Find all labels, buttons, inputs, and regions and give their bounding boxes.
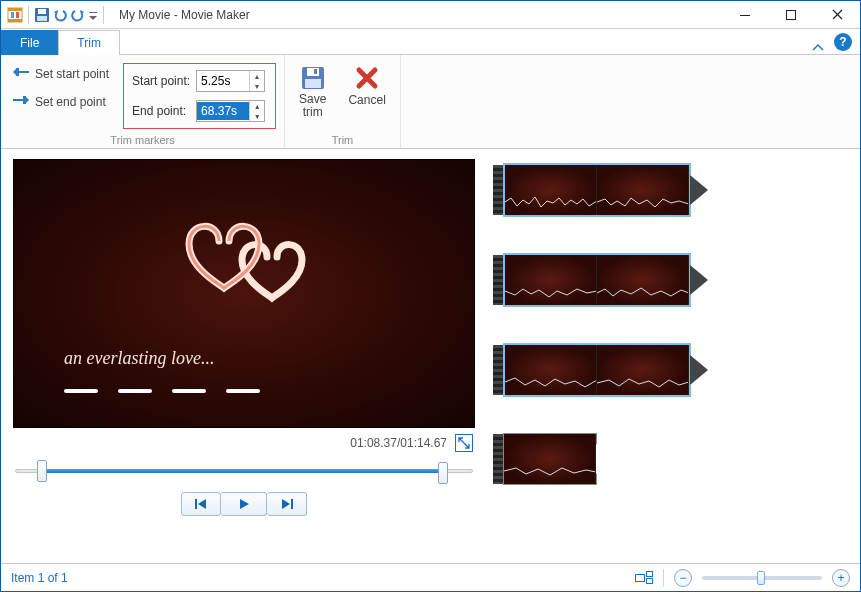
undo-icon[interactable]	[52, 7, 68, 23]
start-point-input[interactable]	[197, 72, 249, 90]
start-point-label: Start point:	[132, 74, 190, 88]
svg-rect-22	[647, 571, 653, 576]
help-icon[interactable]: ?	[834, 33, 852, 51]
close-button[interactable]	[814, 1, 860, 29]
svg-rect-17	[305, 79, 321, 88]
zoom-handle[interactable]	[757, 571, 765, 585]
svg-rect-9	[740, 15, 750, 16]
zoom-slider[interactable]	[702, 576, 822, 580]
clip-continue-icon	[690, 175, 708, 205]
thumbnail-size-icon[interactable]	[635, 571, 653, 585]
quick-access-toolbar	[1, 6, 113, 24]
hearts-graphic	[164, 206, 324, 316]
trim-start-handle[interactable]	[33, 458, 51, 484]
cancel-label: Cancel	[348, 93, 385, 107]
video-preview[interactable]: an everlasting love...	[13, 159, 475, 428]
svg-rect-10	[787, 10, 796, 19]
group-label: Trim	[332, 132, 354, 148]
svg-rect-8	[89, 12, 97, 13]
ribbon: Set start point Set end point Start poin…	[1, 55, 860, 149]
svg-rect-12	[16, 68, 19, 76]
set-start-point-label: Set start point	[35, 67, 109, 81]
end-point-spinner[interactable]: ▲▼	[196, 100, 265, 122]
clip-thumbnail[interactable]	[493, 433, 842, 485]
time-display: 01:08.37/01:14.67	[350, 436, 447, 450]
storyboard-panel[interactable]	[493, 159, 848, 557]
clip-thumbnail[interactable]	[493, 163, 842, 217]
fullscreen-icon[interactable]	[455, 434, 473, 452]
status-item-count: Item 1 of 1	[11, 571, 68, 585]
set-end-point-label: Set end point	[35, 95, 106, 109]
clip-thumbnail[interactable]	[493, 343, 842, 397]
svg-rect-18	[314, 69, 317, 74]
spin-up-icon[interactable]: ▲	[250, 71, 264, 81]
app-icon	[7, 7, 23, 23]
svg-rect-3	[11, 12, 14, 18]
redo-icon[interactable]	[70, 7, 86, 23]
save-trim-icon	[300, 65, 326, 91]
spin-up-icon[interactable]: ▲	[250, 101, 264, 111]
zoom-out-button[interactable]: −	[674, 569, 692, 587]
title-bar: My Movie - Movie Maker	[1, 1, 860, 29]
svg-rect-2	[8, 19, 22, 22]
play-button[interactable]	[221, 492, 267, 516]
cancel-button[interactable]: Cancel	[342, 63, 391, 109]
group-trim: Save trim Cancel Trim	[285, 55, 401, 148]
svg-rect-1	[8, 8, 22, 11]
svg-rect-19	[195, 499, 197, 509]
save-trim-label: Save trim	[299, 93, 326, 119]
end-point-icon	[13, 94, 29, 110]
preview-caption: an everlasting love...	[64, 348, 214, 369]
svg-rect-21	[636, 574, 645, 581]
clip-continue-icon	[690, 355, 708, 385]
cancel-icon	[354, 65, 380, 91]
save-icon[interactable]	[34, 7, 50, 23]
svg-rect-20	[291, 499, 293, 509]
spin-down-icon[interactable]: ▼	[250, 81, 264, 91]
end-point-label: End point:	[132, 104, 186, 118]
status-bar: Item 1 of 1 − +	[1, 563, 860, 591]
clip-continue-icon	[596, 444, 614, 474]
group-label: Trim markers	[110, 132, 174, 148]
start-point-icon	[13, 66, 29, 82]
svg-rect-4	[16, 12, 19, 18]
set-start-point-button[interactable]: Set start point	[9, 63, 113, 85]
save-trim-button[interactable]: Save trim	[293, 63, 332, 121]
start-point-spinner[interactable]: ▲▼	[196, 70, 265, 92]
set-end-point-button[interactable]: Set end point	[9, 91, 113, 113]
qat-dropdown-icon[interactable]	[88, 7, 98, 23]
maximize-button[interactable]	[768, 1, 814, 29]
trim-values-panel: Start point: ▲▼ End point: ▲▼	[123, 63, 276, 129]
tab-file[interactable]: File	[1, 30, 58, 55]
previous-frame-button[interactable]	[181, 492, 221, 516]
spin-down-icon[interactable]: ▼	[250, 111, 264, 121]
playback-controls	[13, 492, 475, 516]
minimize-button[interactable]	[722, 1, 768, 29]
ribbon-tabs: File Trim ?	[1, 29, 860, 55]
svg-rect-14	[23, 96, 26, 104]
collapse-ribbon-icon[interactable]	[808, 42, 828, 54]
group-trim-markers: Set start point Set end point Start poin…	[1, 55, 285, 148]
content-area: an everlasting love... 01:08.37/01:14.67	[1, 149, 860, 563]
clip-continue-icon	[690, 265, 708, 295]
window-title: My Movie - Movie Maker	[113, 8, 722, 22]
svg-rect-6	[38, 9, 46, 14]
tab-trim[interactable]: Trim	[58, 30, 120, 55]
svg-rect-16	[307, 68, 319, 76]
svg-rect-7	[37, 16, 47, 21]
progress-dashes	[64, 389, 260, 393]
next-frame-button[interactable]	[267, 492, 307, 516]
trim-end-handle[interactable]	[437, 458, 455, 484]
end-point-input[interactable]	[197, 102, 249, 120]
trim-slider[interactable]	[15, 458, 473, 484]
svg-rect-23	[647, 578, 653, 583]
zoom-in-button[interactable]: +	[832, 569, 850, 587]
preview-panel: an everlasting love... 01:08.37/01:14.67	[13, 159, 475, 557]
clip-thumbnail[interactable]	[493, 253, 842, 307]
